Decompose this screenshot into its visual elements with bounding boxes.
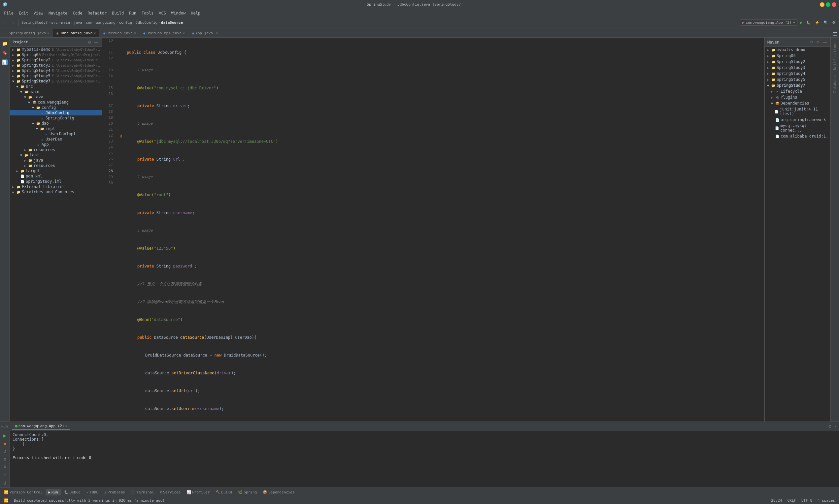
menu-file[interactable]: File <box>1 10 16 16</box>
bottom-settings-button[interactable]: ⚙ <box>827 424 833 429</box>
toolbar-back-button[interactable]: ← <box>2 20 9 26</box>
status-encoding[interactable]: UTF-8 <box>800 498 814 503</box>
menu-navigate[interactable]: Navigate <box>46 10 70 16</box>
menu-run[interactable]: Run <box>126 10 139 16</box>
breadcrumb-wangqiang[interactable]: wangqiang <box>96 20 116 25</box>
sidebar-project-icon[interactable]: 📁 <box>1 40 9 48</box>
maven-collapse-button[interactable]: — <box>822 40 828 45</box>
breadcrumb-com[interactable]: com <box>86 20 92 25</box>
tree-item-main[interactable]: ▼ 📂 main <box>10 89 102 94</box>
toolbar-tab-profiler[interactable]: 📊 Profiler <box>184 489 212 496</box>
print-button[interactable]: 🖨 <box>1 479 8 486</box>
tab-close-userdaoimpl[interactable]: × <box>183 31 185 35</box>
maven-item-springstudy5[interactable]: ▶ 📁 SpringStudy5 <box>765 76 831 83</box>
breadcrumb-main[interactable]: main <box>62 20 70 25</box>
tab-app[interactable]: ◉ App.java × <box>189 29 222 37</box>
tab-jdbcconfig[interactable]: ◉ JdbcConfig.java × <box>53 29 99 37</box>
tree-item-scratches[interactable]: ▶ 📁 Scratches and Consoles <box>10 189 102 195</box>
scroll-top-button[interactable]: ⬆ <box>1 456 8 463</box>
tree-item-app[interactable]: ☕ App <box>10 142 102 147</box>
tab-springconfig[interactable]: ☆ SpringConfig.java × <box>0 29 53 37</box>
menu-vcs[interactable]: VCS <box>156 10 169 16</box>
tab-close-app[interactable]: × <box>216 31 218 35</box>
sidebar-structure-icon[interactable]: 📊 <box>1 58 9 66</box>
maven-item-druid[interactable]: 📄 com.alibaba:druid:1. <box>765 133 831 139</box>
tree-item-dao[interactable]: ▼ 📂 dao <box>10 121 102 126</box>
tree-item-jdbcconfig[interactable]: ☕ JdbcConfig <box>10 110 102 115</box>
maven-item-mybatis-demo[interactable]: ▶ 📁 mybatis-demo <box>765 47 831 53</box>
run-config-selector[interactable]: ▶ com.wangqiang.App (2) ▾ <box>740 19 798 26</box>
maven-refresh-button[interactable]: ↻ <box>809 40 814 45</box>
tree-item-test-java[interactable]: ▶ 📂 java <box>10 158 102 163</box>
tree-item-ext-libs[interactable]: ▶ 📁 External Libraries <box>10 184 102 189</box>
menu-edit[interactable]: Edit <box>16 10 31 16</box>
tree-item-src[interactable]: ▼ 📂 src <box>10 84 102 89</box>
maven-item-springstudy2[interactable]: ▶ 📁 SpringStudy2 <box>765 59 831 65</box>
tree-item-spring05[interactable]: ▶ 📁 Spring05 E:\Users\BabyQ\IdeaProjects… <box>10 52 102 57</box>
maven-item-springstudy4[interactable]: ▶ 📁 SpringStudy4 <box>765 71 831 76</box>
maximize-button[interactable] <box>826 2 831 7</box>
tree-item-springstudy2[interactable]: ▶ 📁 SpringStudy2 E:\Users\BabyQ\IdeaProj… <box>10 57 102 63</box>
maven-item-lifecycle[interactable]: ▶ ⚡ Lifecycle <box>765 88 831 94</box>
menu-refactor[interactable]: Refactor <box>85 10 109 16</box>
toolbar-tab-version-control[interactable]: 🔀 Version Control <box>1 489 45 496</box>
tree-item-target[interactable]: ▶ 📁 target <box>10 168 102 174</box>
status-vcs[interactable]: 🔀 <box>3 498 10 503</box>
menu-tools[interactable]: Tools <box>139 10 156 16</box>
breadcrumb-project[interactable]: SpringStudy7 <box>21 20 48 25</box>
tree-item-springconfig[interactable]: ☕ SpringConfig <box>10 115 102 121</box>
close-button[interactable] <box>832 2 836 7</box>
maven-item-springframework[interactable]: 📄 org.springframework <box>765 117 831 123</box>
code-content[interactable]: public class JdbcConfig { 1 usage @Value… <box>124 38 764 421</box>
toolbar-settings-button[interactable]: ⚙ <box>831 19 837 26</box>
tree-item-mybatis-demo[interactable]: ▶ 📁 mybatis-demo E:\Users\BabyQ\IdeaProj… <box>10 47 102 52</box>
strip-notifications[interactable]: Notifications <box>832 39 838 73</box>
wrap-button[interactable]: ↵ <box>1 472 8 479</box>
tree-item-userdao[interactable]: ☕ UserDao <box>10 137 102 142</box>
maven-item-dependencies[interactable]: ▼ 📦 Dependencies <box>765 100 831 106</box>
tree-item-test-resources[interactable]: ▶ 📂 resources <box>10 163 102 168</box>
status-indentation[interactable]: 4 spaces <box>816 498 836 503</box>
window-controls[interactable] <box>820 2 836 7</box>
maven-settings-button[interactable]: ⚙ <box>815 40 821 45</box>
toolbar-search-button[interactable]: 🔍 <box>822 19 830 26</box>
project-collapse-button[interactable]: — <box>93 40 99 45</box>
breadcrumb-src[interactable]: src <box>51 20 58 25</box>
toolbar-tab-problems[interactable]: ⚠ Problems <box>102 489 128 496</box>
breadcrumb-java[interactable]: java <box>74 20 83 25</box>
bottom-close-button[interactable]: × <box>833 424 838 429</box>
tab-close-jdbcconfig[interactable]: × <box>94 31 96 35</box>
minimize-button[interactable] <box>820 2 824 7</box>
tree-item-impl[interactable]: ▼ 📂 impl <box>10 126 102 131</box>
toolbar-tab-dependencies[interactable]: 📦 Dependencies <box>260 489 297 496</box>
stop-button[interactable]: ■ <box>1 440 8 447</box>
tab-settings-button[interactable]: ☰ <box>831 31 839 37</box>
toolbar-tab-spring[interactable]: 🌿 Spring <box>235 489 259 496</box>
toolbar-tab-run[interactable]: ▶ Run <box>46 489 61 496</box>
strip-database[interactable]: Database <box>832 73 838 95</box>
tab-userdaoimpl[interactable]: ◉ UserDaoImpl.java × <box>140 29 189 37</box>
toolbar-tab-build[interactable]: 🔨 Build <box>213 489 235 496</box>
menu-view[interactable]: View <box>31 10 46 16</box>
run-button-2[interactable]: ▶ <box>1 432 8 439</box>
toolbar-tab-services[interactable]: ⚙ Services <box>157 489 183 496</box>
debug-button[interactable]: 🐛 <box>805 19 812 26</box>
tab-userdao[interactable]: ◉ UserDao.java × <box>99 29 140 37</box>
status-build-message[interactable]: Build completed successfully with 3 warn… <box>13 498 166 503</box>
tree-item-java[interactable]: ▼ 📂 java <box>10 94 102 100</box>
tree-item-springstudy3[interactable]: ▶ 📁 SpringStudy3 E:\Users\BabyQ\IdeaProj… <box>10 63 102 68</box>
tab-close-userdao[interactable]: × <box>134 31 136 35</box>
maven-item-spring05[interactable]: ▶ 📁 Spring05 <box>765 53 831 59</box>
maven-item-junit[interactable]: 📄 junit:junit:4.11 (test) <box>765 106 831 117</box>
rerun-button[interactable]: ↺ <box>1 448 8 455</box>
breadcrumb-jdbcconfig[interactable]: JdbcConfig <box>136 20 157 25</box>
status-position[interactable]: 28:24 <box>770 498 783 503</box>
scroll-bottom-button[interactable]: ⬇ <box>1 464 8 471</box>
tab-close-springconfig[interactable]: × <box>47 31 49 35</box>
toolbar-tab-debug[interactable]: 🐛 Debug <box>62 489 83 496</box>
bottom-run-tab[interactable]: com.wangqiang.App (2) × <box>12 422 70 430</box>
menu-code[interactable]: Code <box>70 10 85 16</box>
tree-item-pom[interactable]: 📄 pom.xml <box>10 174 102 179</box>
menu-build[interactable]: Build <box>109 10 126 16</box>
tree-item-springstudy7[interactable]: ▼ 📁 SpringStudy7 E:\Users\BabyQ\IdeaProj… <box>10 78 102 84</box>
